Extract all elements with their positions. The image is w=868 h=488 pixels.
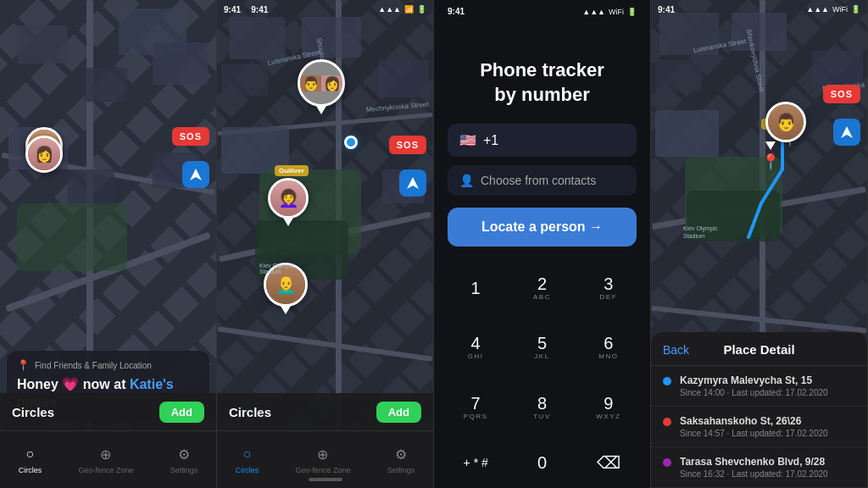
notif-title-label: Find Friends & Family Location xyxy=(35,361,152,370)
place-detail-header: Back Place Detail xyxy=(651,342,867,366)
circles-label-1: Circles xyxy=(12,405,54,419)
direction-button-4[interactable] xyxy=(833,119,860,146)
key-9[interactable]: 9 WXYZ xyxy=(576,378,642,437)
flag-icon: 🇺🇸 xyxy=(459,132,476,148)
key-2-sub: ABC xyxy=(533,293,551,301)
svg-marker-1 xyxy=(407,177,419,189)
sos-button-1[interactable]: SOS xyxy=(172,127,209,146)
nav-circles-2[interactable]: ○ Circles xyxy=(236,445,259,474)
key-sym[interactable]: + * # xyxy=(442,437,509,488)
blue-location-dot xyxy=(344,136,358,149)
add-button-1[interactable]: Add xyxy=(159,402,204,423)
key-6-main: 6 xyxy=(604,335,613,352)
street-label-mechn-2: Mechnykivska Street xyxy=(366,101,429,114)
place-meta-0: Since 14:00 · Last updated: 17.02.2020 xyxy=(680,388,828,397)
sos-button-4[interactable]: SOS xyxy=(823,85,860,103)
circles-label-2: Circles xyxy=(229,405,271,419)
battery-4: 🔋 xyxy=(851,5,860,14)
phone-tracker-screen: 9:41 ▲▲▲ WiFi 🔋 Phone tracker by number … xyxy=(434,0,650,488)
scroll-indicator xyxy=(309,478,342,481)
key-5[interactable]: 5 JKL xyxy=(509,318,575,377)
nav-geofence-1[interactable]: ⊕ Geo-fence Zone xyxy=(78,445,133,474)
nav-geofence-2[interactable]: ⊕ Geo-fence Zone xyxy=(295,445,350,474)
settings-icon-2: ⚙ xyxy=(392,445,410,463)
add-button-2[interactable]: Add xyxy=(376,402,421,423)
avatar-pin-woman2: 👩‍🦱 xyxy=(268,178,309,226)
back-button[interactable]: Back xyxy=(663,343,711,357)
key-1-main: 1 xyxy=(471,280,481,297)
time-3: 9:41 xyxy=(448,7,465,16)
key-8-main: 8 xyxy=(537,395,547,412)
contacts-label: Choose from contacts xyxy=(481,174,596,187)
time-4: 9:41 xyxy=(658,5,675,14)
place-addr-0: Kazymyra Malevycha St, 15 xyxy=(680,374,828,386)
phone-input-field[interactable]: 🇺🇸 +1 xyxy=(448,124,637,157)
key-4-sub: GHI xyxy=(468,352,484,360)
nav-circles-1[interactable]: ○ Circles xyxy=(19,445,42,474)
circles-bar-1: Circles Add xyxy=(0,393,216,430)
place-detail-title: Place Detail xyxy=(711,342,808,357)
settings-nav-2: Settings xyxy=(387,466,415,474)
key-5-main: 5 xyxy=(537,335,547,352)
key-6[interactable]: 6 MNO xyxy=(576,318,642,377)
bottom-nav-1: ○ Circles ⊕ Geo-fence Zone ⚙ Settings xyxy=(0,430,216,488)
key-7-main: 7 xyxy=(471,395,481,412)
circles-nav-2: Circles xyxy=(236,466,259,474)
place-detail-panel: Back Place Detail Kazymyra Malevycha St,… xyxy=(651,332,867,488)
key-7[interactable]: 7 PQRS xyxy=(442,378,509,437)
key-0-main: 0 xyxy=(537,454,547,471)
status-bar-4: ▲▲▲ WiFi 🔋 xyxy=(806,5,860,14)
geofence-nav-label-1: Geo-fence Zone xyxy=(78,466,133,474)
key-5-sub: JKL xyxy=(534,352,549,360)
wifi-3: WiFi xyxy=(609,8,624,16)
battery-3: 🔋 xyxy=(627,8,637,16)
wifi-4: WiFi xyxy=(832,5,848,14)
direction-button-1[interactable] xyxy=(182,161,209,188)
key-back-main: ⌫ xyxy=(597,454,620,471)
pin-icon: 📍 xyxy=(17,359,30,371)
notif-header: 📍 Find Friends & Family Location xyxy=(17,359,199,371)
key-backspace[interactable]: ⌫ xyxy=(576,437,642,488)
place-item-1: Saksahanskoho St, 26\26 Since 14:57 · La… xyxy=(651,407,867,447)
panel-3: 9:41 ▲▲▲ WiFi 🔋 Phone tracker by number … xyxy=(434,0,651,488)
geofence-icon-2: ⊕ xyxy=(314,445,332,463)
key-1[interactable]: 1 xyxy=(442,258,509,318)
avatar-pin-couple: 👨 👩 xyxy=(298,59,345,114)
key-3[interactable]: 3 DEF xyxy=(576,258,642,318)
sos-button-2[interactable]: SOS xyxy=(389,136,426,154)
key-8-sub: TUV xyxy=(533,413,551,420)
country-code: +1 xyxy=(483,133,625,148)
key-4[interactable]: 4 GHI xyxy=(442,318,509,377)
place-addr-1: Saksahanskoho St, 26\26 xyxy=(680,415,828,427)
signal-icon-2: ▲▲▲ xyxy=(378,5,401,14)
key-2-main: 2 xyxy=(537,275,547,292)
title-line1: Phone tracker xyxy=(480,59,604,80)
place-meta-1: Since 14:57 · Last updated: 17.02.2020 xyxy=(680,429,828,438)
settings-nav-icon-1: ⚙ xyxy=(175,445,193,463)
geofence-nav-icon-1: ⊕ xyxy=(97,445,115,463)
circles-nav-label-1: Circles xyxy=(19,466,42,474)
panel-2: Gulliver Kiev OlympicStadium Luteranska … xyxy=(217,0,434,488)
notif-highlight: Katie's xyxy=(130,377,174,391)
key-6-sub: MNO xyxy=(598,352,618,360)
key-8[interactable]: 8 TUV xyxy=(509,378,575,437)
signal-4: ▲▲▲ xyxy=(806,5,829,14)
circles-icon-2: ○ xyxy=(237,445,256,463)
key-2[interactable]: 2 ABC xyxy=(509,258,575,318)
panel-4: Gulliver Kiev OlympicStadium Luteranska … xyxy=(651,0,868,488)
key-sym-main: + * # xyxy=(464,457,488,469)
nav-settings-1[interactable]: ⚙ Settings xyxy=(170,445,198,474)
signal-3: ▲▲▲ xyxy=(582,8,605,16)
panel-1: 👨 👩 SOS 📍 Find Friends & Family Location… xyxy=(0,0,217,488)
contacts-row[interactable]: 👤 Choose from contacts xyxy=(448,165,637,196)
red-pin-2: 📍 xyxy=(761,152,780,171)
direction-button-2[interactable] xyxy=(399,169,426,197)
key-4-main: 4 xyxy=(471,335,481,352)
circles-bar-2: Circles Add xyxy=(217,393,433,430)
circles-nav-icon-1: ○ xyxy=(20,445,39,463)
nav-settings-2[interactable]: ⚙ Settings xyxy=(387,445,415,474)
key-0[interactable]: 0 xyxy=(509,437,575,488)
place-dot-0 xyxy=(663,377,671,385)
wifi-icon-2: 📶 xyxy=(404,5,414,14)
locate-button[interactable]: Locate a person → xyxy=(448,208,637,247)
